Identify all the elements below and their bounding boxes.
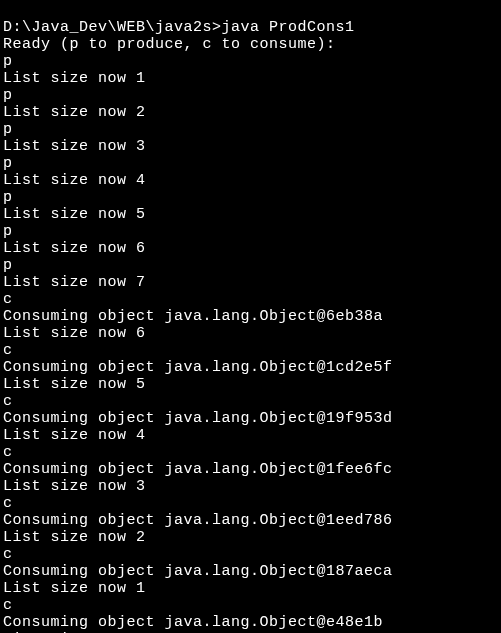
consume-obj: Consuming object java.lang.Object@1fee6f… (3, 461, 393, 478)
consume-obj: Consuming object java.lang.Object@1cd2e5… (3, 359, 393, 376)
produce-input: p (3, 257, 13, 274)
consume-input: c (3, 546, 13, 563)
consume-size: List size now 2 (3, 529, 146, 546)
consume-obj: Consuming object java.lang.Object@6eb38a (3, 308, 383, 325)
produce-msg: List size now 3 (3, 138, 146, 155)
consume-input: c (3, 291, 13, 308)
consume-obj: Consuming object java.lang.Object@19f953… (3, 410, 393, 427)
terminal-output[interactable]: D:\Java_Dev\WEB\java2s>java ProdCons1 Re… (0, 0, 501, 633)
produce-input: p (3, 189, 13, 206)
ready-line: Ready (p to produce, c to consume): (3, 36, 336, 53)
produce-msg: List size now 7 (3, 274, 146, 291)
consume-input: c (3, 342, 13, 359)
produce-msg: List size now 1 (3, 70, 146, 87)
produce-input: p (3, 87, 13, 104)
produce-input: p (3, 53, 13, 70)
produce-msg: List size now 4 (3, 172, 146, 189)
consume-size: List size now 4 (3, 427, 146, 444)
consume-input: c (3, 495, 13, 512)
prompt-line: D:\Java_Dev\WEB\java2s>java ProdCons1 (3, 19, 355, 36)
produce-input: p (3, 155, 13, 172)
consume-obj: Consuming object java.lang.Object@e48e1b (3, 614, 383, 631)
consume-input: c (3, 597, 13, 614)
produce-msg: List size now 2 (3, 104, 146, 121)
consume-input: c (3, 393, 13, 410)
consume-input: c (3, 444, 13, 461)
consume-size: List size now 6 (3, 325, 146, 342)
produce-msg: List size now 5 (3, 206, 146, 223)
consume-obj: Consuming object java.lang.Object@187aec… (3, 563, 393, 580)
consume-size: List size now 1 (3, 580, 146, 597)
produce-input: p (3, 121, 13, 138)
consume-obj: Consuming object java.lang.Object@1eed78… (3, 512, 393, 529)
produce-msg: List size now 6 (3, 240, 146, 257)
produce-input: p (3, 223, 13, 240)
consume-size: List size now 3 (3, 478, 146, 495)
consume-size: List size now 5 (3, 376, 146, 393)
